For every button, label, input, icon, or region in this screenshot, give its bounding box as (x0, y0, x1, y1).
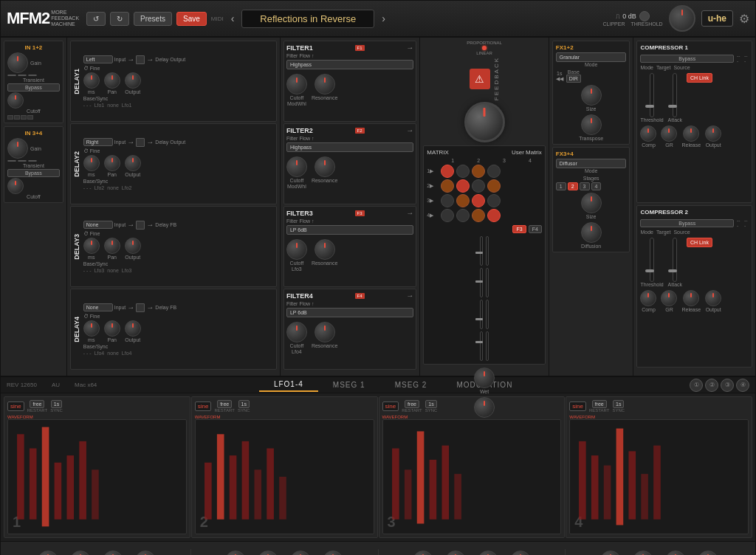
filter2-resonance-knob[interactable] (315, 156, 335, 177)
matrix-cell-44[interactable] (487, 209, 501, 222)
in12-gain-knob[interactable] (7, 52, 28, 73)
prev-preset-button[interactable]: ‹ (228, 11, 238, 26)
fx34-diffusion-knob[interactable] (581, 222, 602, 243)
lfo3-restart[interactable]: free (405, 400, 419, 408)
comp2-threshold-slider[interactable] (650, 238, 654, 282)
in34-cutoff-knob[interactable] (7, 178, 24, 194)
fx34-size-knob[interactable] (581, 193, 602, 213)
delay2-output-knob[interactable] (125, 155, 141, 171)
f4-button[interactable]: F4 (529, 225, 542, 233)
delay2-input-selector[interactable]: Right (83, 138, 113, 146)
delay4-time-knob[interactable] (83, 320, 100, 337)
matrix-cell-31[interactable] (441, 194, 454, 207)
lfo4-amp-knob[interactable] (698, 551, 718, 555)
matrix-cell-23[interactable] (472, 179, 485, 193)
lfo4-delay-knob[interactable] (665, 551, 686, 555)
filter2-type-dropdown[interactable]: Highpass (286, 142, 413, 152)
delay4-input-selector[interactable]: None (83, 303, 113, 311)
matrix-cell-21[interactable] (441, 179, 454, 193)
lfo3-phase-knob[interactable] (445, 551, 466, 555)
filter2-cutoff-knob[interactable] (286, 156, 307, 177)
settings-button[interactable]: ⚙ (739, 12, 749, 26)
in12-bypass-button[interactable]: Bypass (7, 83, 60, 92)
next-preset-button[interactable]: › (379, 11, 388, 26)
filter4-resonance-knob[interactable] (315, 322, 335, 342)
delay4-output-knob[interactable] (125, 320, 141, 337)
comp2-attack-slider[interactable] (673, 238, 677, 282)
delay1-time-knob[interactable] (83, 72, 100, 89)
filter3-resonance-knob[interactable] (315, 239, 335, 260)
comp2-gr-knob[interactable] (661, 290, 677, 306)
stage-btn-4[interactable]: 4 (591, 182, 602, 190)
comp1-attack-slider[interactable] (673, 73, 677, 117)
fx12-dir-button[interactable]: DIR (566, 75, 581, 83)
matrix-cell-42[interactable] (456, 209, 470, 222)
f3-button[interactable]: F3 (512, 225, 526, 233)
lfo2-amp-knob[interactable] (323, 551, 343, 555)
feedback-warning-button[interactable]: ⚠ (470, 69, 490, 89)
comp1-release-knob[interactable] (683, 125, 699, 142)
lfo3-delay-knob[interactable] (478, 551, 498, 555)
matrix-cell-11[interactable] (441, 165, 454, 178)
delay4-pan-knob[interactable] (104, 320, 120, 337)
delay1-input-selector[interactable]: Left (83, 55, 113, 63)
delay2-time-knob[interactable] (83, 155, 100, 171)
delay2-pan-knob[interactable] (104, 155, 120, 171)
comp2-comp-knob[interactable] (640, 290, 656, 306)
comp1-comp-knob[interactable] (640, 125, 656, 142)
fx12-transpose-knob[interactable] (581, 114, 602, 135)
lfo4-restart[interactable]: free (592, 400, 607, 408)
delay3-time-knob[interactable] (83, 238, 100, 254)
matrix-cell-22[interactable] (456, 179, 470, 193)
lfo1-rate-knob[interactable] (38, 551, 58, 555)
in34-bypass-button[interactable]: Bypass (7, 169, 60, 177)
lfo1-amp-knob[interactable] (135, 551, 156, 555)
matrix-cell-43[interactable] (472, 209, 485, 222)
preset-name[interactable]: Reflections in Reverse (241, 10, 374, 28)
filter1-cutoff-knob[interactable] (286, 74, 307, 94)
feedback-knob[interactable] (464, 102, 505, 142)
comp1-bypass-button[interactable]: Bypass (640, 55, 734, 63)
lfo2-sync[interactable]: 1s (238, 400, 250, 408)
stage-btn-1[interactable]: 1 (556, 182, 566, 190)
comp1-threshold-slider[interactable] (650, 73, 654, 117)
master-volume-knob[interactable] (669, 5, 695, 32)
lfo3-sync[interactable]: 1s (425, 400, 436, 408)
lfo2-restart[interactable]: free (217, 400, 232, 408)
in12-cutoff-knob[interactable] (7, 92, 24, 108)
fx12-size-knob[interactable] (581, 85, 602, 106)
lfo4-sync[interactable]: 1s (613, 400, 624, 408)
comp1-gr-knob[interactable] (661, 125, 677, 142)
lfo4-phase-knob[interactable] (633, 551, 653, 555)
lfo3-rate-knob[interactable] (413, 551, 433, 555)
delay3-input-selector[interactable]: None (83, 221, 113, 229)
lfo4-rate-knob[interactable] (600, 551, 621, 555)
filter4-cutoff-knob[interactable] (286, 322, 307, 342)
matrix-cell-41[interactable] (441, 209, 454, 222)
lfo4-waveform-selector[interactable]: sine (569, 401, 586, 411)
tab-mseg2[interactable]: MSEG 2 (380, 378, 442, 392)
lfo3-amp-knob[interactable] (510, 551, 531, 555)
wet-knob[interactable] (474, 368, 495, 388)
fx34-mode-dropdown[interactable]: Diffusor (556, 159, 627, 168)
comp2-ch-link-button[interactable]: CH Link (687, 238, 712, 247)
filter1-resonance-knob[interactable] (315, 74, 335, 94)
tab-num-4[interactable]: ④ (736, 379, 749, 392)
tab-num-2[interactable]: ② (705, 379, 718, 392)
in34-gain-knob[interactable] (7, 138, 28, 159)
delay3-pan-knob[interactable] (104, 238, 120, 254)
comp2-release-knob[interactable] (683, 290, 699, 306)
fx12-mode-dropdown[interactable]: Granular (556, 52, 627, 62)
filter3-cutoff-knob[interactable] (286, 239, 307, 260)
tab-num-1[interactable]: ① (690, 379, 703, 392)
lfo2-waveform-selector[interactable]: sine (195, 401, 212, 411)
tab-num-3[interactable]: ③ (721, 379, 734, 392)
delay3-output-knob[interactable] (125, 238, 141, 254)
lfo3-waveform-selector[interactable]: sine (382, 401, 399, 411)
lfo1-delay-knob[interactable] (103, 551, 123, 555)
matrix-cell-32[interactable] (456, 194, 470, 207)
undo-button[interactable]: ↺ (86, 12, 106, 26)
filter3-type-dropdown[interactable]: LP 6dB (286, 225, 413, 235)
filter4-type-dropdown[interactable]: LP 6dB (286, 308, 413, 317)
lfo1-waveform-selector[interactable]: sine (7, 401, 24, 411)
